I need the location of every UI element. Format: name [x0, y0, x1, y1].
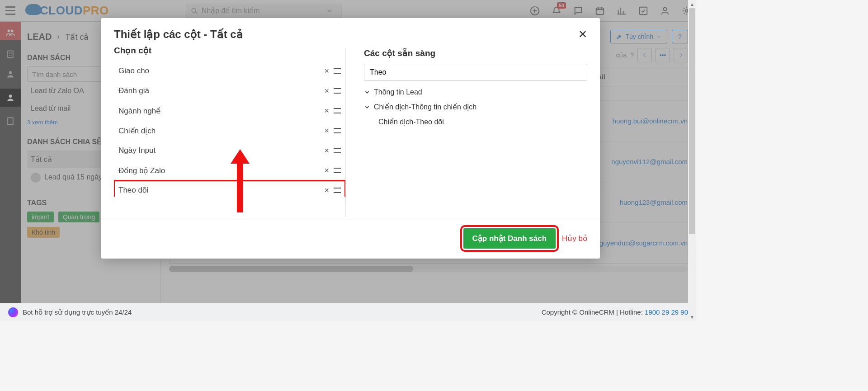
ready-columns-title: Các cột sẵn sàng — [364, 48, 587, 58]
column-option[interactable]: Chiến dịch× — [114, 121, 345, 141]
cancel-button[interactable]: Hủy bỏ — [562, 234, 587, 243]
chevron-down-icon — [364, 89, 370, 95]
column-option[interactable]: Đánh giá× — [114, 81, 345, 101]
column-option[interactable]: Ngày Input× — [114, 141, 345, 160]
drag-icon[interactable] — [334, 68, 341, 74]
drag-icon[interactable] — [334, 148, 341, 153]
group-campaign-info[interactable]: Chiến dịch-Thông tin chiến dịch — [364, 103, 587, 111]
column-option[interactable]: Đồng bộ Zalo× — [114, 160, 345, 180]
drag-icon[interactable] — [334, 188, 341, 193]
group-lead-info[interactable]: Thông tin Lead — [364, 88, 587, 96]
drag-icon[interactable] — [334, 88, 341, 94]
drag-icon[interactable] — [334, 168, 341, 173]
close-icon[interactable]: ✕ — [578, 28, 587, 41]
remove-icon[interactable]: × — [324, 126, 329, 136]
footer: Bot hỗ trợ sử dụng trực tuyến 24/24 Copy… — [0, 303, 696, 321]
hotline-link[interactable]: 1900 29 29 90 — [645, 308, 688, 316]
remove-icon[interactable]: × — [324, 146, 329, 155]
remove-icon[interactable]: × — [324, 186, 329, 195]
remove-icon[interactable]: × — [324, 166, 329, 175]
drag-icon[interactable] — [334, 108, 341, 113]
column-option[interactable]: Ngành nghề× — [114, 101, 345, 121]
chevron-down-icon — [364, 104, 370, 110]
page-scrollbar[interactable]: ▲ ▼ — [688, 0, 696, 321]
column-option[interactable]: Giao cho× — [114, 61, 345, 81]
messenger-icon[interactable] — [8, 307, 18, 317]
group-campaign-follow[interactable]: Chiến dịch-Theo dõi — [378, 118, 587, 126]
remove-icon[interactable]: × — [324, 106, 329, 116]
column-settings-modal: Thiết lập các cột - Tất cả ✕ Chọn cột Gi… — [101, 18, 600, 259]
remove-icon[interactable]: × — [324, 66, 329, 76]
drag-icon[interactable] — [334, 128, 341, 133]
remove-icon[interactable]: × — [324, 86, 329, 96]
column-search-input[interactable] — [364, 64, 587, 81]
bot-text: Bot hỗ trợ sử dụng trực tuyến 24/24 — [23, 308, 132, 316]
choose-columns-title: Chọn cột — [114, 45, 345, 56]
modal-title: Thiết lập các cột - Tất cả — [114, 28, 243, 41]
column-option-highlighted[interactable]: Theo dõi× — [114, 180, 345, 197]
update-list-button[interactable]: Cập nhật Danh sách — [463, 228, 556, 249]
copyright: Copyright © OnlineCRM | Hotline: — [542, 308, 645, 316]
